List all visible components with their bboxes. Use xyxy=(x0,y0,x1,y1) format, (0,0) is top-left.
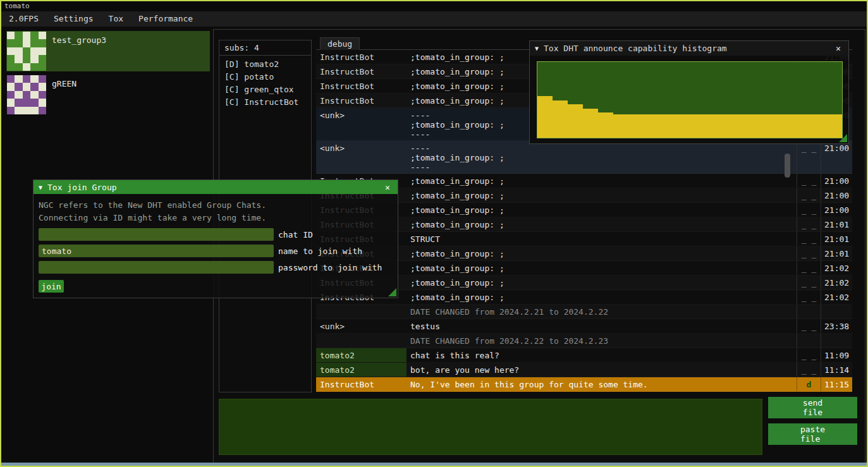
messages-scrollbar-thumb[interactable] xyxy=(785,154,790,178)
histogram-bar xyxy=(797,114,804,138)
message-author: <unk> xyxy=(316,319,406,333)
message-status: _ _ xyxy=(797,188,821,202)
message-row: <unk>---- ;tomato_in_group: ; ----_ _21:… xyxy=(316,141,852,174)
member-item-potato[interactable]: [C] potato xyxy=(219,71,311,83)
group-avatar-icon xyxy=(7,75,46,114)
avatar-pixel xyxy=(15,99,22,106)
avatar-pixel xyxy=(7,39,15,47)
avatar-pixel xyxy=(39,55,46,63)
message-time xyxy=(821,334,852,348)
avatar-pixel xyxy=(23,99,30,106)
message-author: tomato2 xyxy=(316,348,406,362)
message-status: _ _ xyxy=(797,276,821,289)
histogram-bar xyxy=(750,114,758,138)
histogram-bar xyxy=(613,114,621,138)
histogram-window-title: Tox DHT announce capability histogram xyxy=(544,44,833,53)
histogram-bar xyxy=(637,114,644,138)
send-file-button[interactable]: send file xyxy=(768,397,857,418)
menu-item-performance[interactable]: Performance xyxy=(131,11,200,27)
histogram-bar xyxy=(553,100,560,138)
histogram-bar xyxy=(537,96,545,138)
histogram-bar xyxy=(667,114,675,138)
join-field-label: password to join with xyxy=(278,263,382,272)
message-time: 21:02 xyxy=(821,261,852,275)
menu-item-tox[interactable]: Tox xyxy=(101,11,131,27)
histogram-bar xyxy=(804,114,812,138)
group-item-test-group3[interactable]: test_group3 xyxy=(6,31,210,71)
message-input[interactable] xyxy=(219,399,762,455)
message-time: 21:01 xyxy=(821,246,852,260)
histogram-bar xyxy=(606,112,613,138)
histogram-bar xyxy=(621,114,629,138)
histogram-bar xyxy=(545,96,553,138)
histogram-bar xyxy=(598,112,606,138)
join-description-line: Connecting via ID might take a very long… xyxy=(39,212,393,224)
menu-bar: 2.0FPSSettingsToxPerformance xyxy=(1,11,867,27)
collapse-arrow-icon[interactable]: ▼ xyxy=(535,45,539,52)
message-status: _ _ xyxy=(797,261,821,275)
group-item-green[interactable]: gREEN xyxy=(6,75,210,115)
avatar-pixel xyxy=(30,55,38,63)
member-item-tomato2[interactable]: [D] tomato2 xyxy=(219,58,311,71)
password-to-join-with-input[interactable] xyxy=(39,261,274,274)
histogram-resize-grip[interactable] xyxy=(839,134,847,142)
histogram-bar xyxy=(590,109,598,138)
message-status xyxy=(797,305,821,318)
avatar-pixel xyxy=(23,47,30,55)
avatar-pixel xyxy=(39,75,46,83)
avatar-pixel xyxy=(39,99,46,106)
date-separator-row: DATE CHANGED from 2024.2.21 to 2024.2.22 xyxy=(316,305,852,319)
avatar-pixel xyxy=(7,63,15,71)
message-time: 11:14 xyxy=(821,363,852,377)
avatar-pixel xyxy=(15,55,22,63)
histogram-window-titlebar[interactable]: ▼ Tox DHT announce capability histogram … xyxy=(530,41,848,56)
message-text: STRUCT xyxy=(406,232,797,246)
histogram-plot xyxy=(537,61,843,138)
join-fields: chat IDname to join withpassword to join… xyxy=(34,228,398,274)
avatar-pixel xyxy=(7,83,15,90)
message-time: 21:02 xyxy=(821,276,852,289)
paste-file-button[interactable]: paste file xyxy=(768,423,857,445)
collapse-arrow-icon[interactable]: ▼ xyxy=(39,184,42,191)
message-text: ;tomato_in_group: ; xyxy=(406,174,797,188)
histogram-bar xyxy=(766,114,773,138)
avatar-pixel xyxy=(39,91,46,99)
menu-item-settings[interactable]: Settings xyxy=(46,11,101,27)
avatar-pixel xyxy=(7,99,15,106)
group-avatar-icon xyxy=(7,32,46,71)
join-resize-grip[interactable] xyxy=(388,288,396,296)
histogram-bar xyxy=(758,114,766,138)
join-window-titlebar[interactable]: ▼ Tox join Group ✕ xyxy=(34,180,398,194)
window-bottom-edge xyxy=(1,463,867,466)
message-author: InstructBot xyxy=(316,50,406,64)
close-icon[interactable]: ✕ xyxy=(833,44,843,53)
avatar-pixel xyxy=(7,107,15,114)
histogram-bar xyxy=(773,114,781,138)
close-icon[interactable]: ✕ xyxy=(382,183,393,192)
avatar-pixel xyxy=(39,107,46,114)
message-time: 11:09 xyxy=(821,348,852,362)
chat-id-input[interactable] xyxy=(39,228,274,241)
message-time: 21:01 xyxy=(821,217,852,231)
member-item-green-qtox[interactable]: [C] green_qtox xyxy=(219,83,311,96)
send-file-label: send file xyxy=(803,398,822,417)
histogram-bar xyxy=(819,114,827,138)
window-title: tomato xyxy=(1,1,867,11)
member-item-instructbot[interactable]: [C] InstructBot xyxy=(219,96,311,109)
message-author: tomato2 xyxy=(316,363,406,377)
histogram-bar xyxy=(735,114,743,138)
join-button[interactable]: join xyxy=(39,280,64,293)
avatar-pixel xyxy=(23,55,30,63)
group-list: test_group3gREEN xyxy=(6,31,210,118)
name-to-join-with-input[interactable] xyxy=(39,245,274,257)
avatar-pixel xyxy=(15,91,22,99)
histogram-bar xyxy=(675,114,682,138)
histogram-bar xyxy=(690,114,697,138)
message-status: _ _ xyxy=(797,141,821,173)
avatar-pixel xyxy=(23,91,30,99)
tab-debug[interactable]: debug xyxy=(320,37,360,50)
avatar-pixel xyxy=(7,32,15,39)
message-status: _ _ xyxy=(797,363,821,377)
fps-counter: 2.0FPS xyxy=(1,11,46,27)
join-description: NGC refers to the New DHT enabled Group … xyxy=(34,194,398,224)
